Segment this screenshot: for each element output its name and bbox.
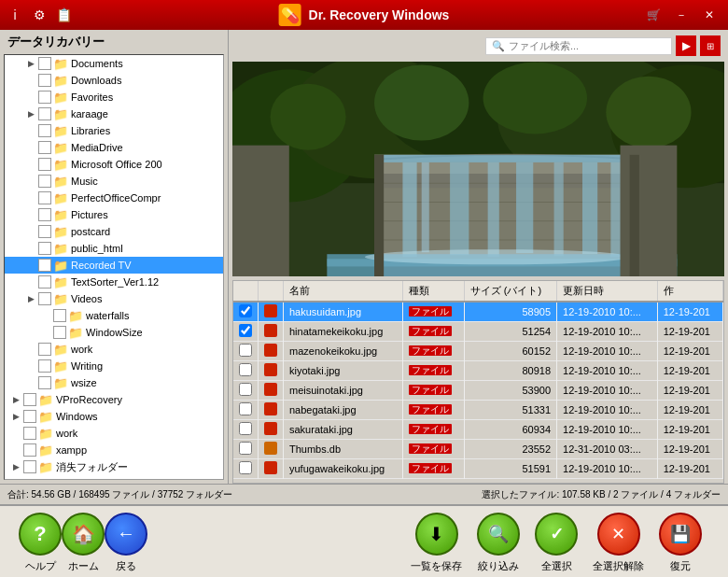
row-checkbox[interactable] xyxy=(239,304,252,317)
table-row[interactable]: nabegataki.jpgファイル5133112-19-2010 10:...… xyxy=(233,401,723,420)
filter-button[interactable]: 🔍 絞り込み xyxy=(477,513,520,573)
tree-item[interactable]: 📁WindowSize xyxy=(5,324,223,341)
tree-checkbox[interactable] xyxy=(38,343,51,356)
close-button[interactable]: ✕ xyxy=(696,5,722,25)
col-name[interactable]: 名前 xyxy=(284,281,403,302)
row-checkbox[interactable] xyxy=(239,363,252,376)
tree-checkbox[interactable] xyxy=(38,158,51,171)
tree-expander[interactable] xyxy=(23,359,38,373)
search-go-button[interactable]: ▶ xyxy=(676,35,696,56)
settings-icon[interactable]: ⚙ xyxy=(30,6,49,24)
tree-expander[interactable] xyxy=(23,375,38,390)
table-row[interactable]: hakusuidam.jpgファイル5890512-19-2010 10:...… xyxy=(233,302,723,322)
tree-item[interactable]: ▶📁Documents xyxy=(5,55,223,72)
tree-item[interactable]: 📁TextSorter_Ver1.12 xyxy=(5,274,223,290)
search-expand-button[interactable]: ⊞ xyxy=(700,35,721,56)
info-icon[interactable]: i xyxy=(6,6,24,24)
tree-expander[interactable] xyxy=(23,274,38,289)
restore-button[interactable]: 💾 復元 xyxy=(659,513,702,573)
tree-checkbox[interactable] xyxy=(38,91,51,104)
tree-item[interactable]: 📁Writing xyxy=(5,358,223,374)
tree-expander[interactable]: ▶ xyxy=(8,392,23,407)
row-checkbox[interactable] xyxy=(239,324,252,337)
tree-expander[interactable] xyxy=(23,224,38,239)
tree-checkbox[interactable] xyxy=(38,141,51,154)
tree-item[interactable]: 📁waterfalls xyxy=(5,307,223,324)
tree-checkbox[interactable] xyxy=(38,292,51,305)
tree-checkbox[interactable] xyxy=(38,376,51,389)
tree-checkbox[interactable] xyxy=(38,57,51,70)
tree-item[interactable]: 📁PerfectOfficeCompr xyxy=(5,190,223,206)
tree-expander[interactable] xyxy=(23,241,38,256)
row-checkbox[interactable] xyxy=(239,344,252,357)
tree-item[interactable]: ▶📁karaage xyxy=(5,106,223,122)
table-row[interactable]: Thumbs.dbファイル2355212-31-2010 03:...12-19… xyxy=(233,440,723,459)
tree-expander[interactable]: ▶ xyxy=(23,291,38,306)
tree-expander[interactable] xyxy=(23,258,38,273)
col-created[interactable]: 作 xyxy=(657,281,722,302)
table-row[interactable]: meisuinotaki.jpgファイル5390012-19-2010 10:.… xyxy=(233,381,723,401)
row-checkbox[interactable] xyxy=(239,402,252,415)
tree-item[interactable]: 📁postcard xyxy=(5,223,223,240)
select-all-button[interactable]: ✓ 全選択 xyxy=(535,513,578,573)
tree-checkbox[interactable] xyxy=(38,107,51,120)
tree-item[interactable]: 📁MediaDrive xyxy=(5,139,223,156)
table-row[interactable]: yufugawakeikoku.jpgファイル5159112-19-2010 1… xyxy=(233,459,723,479)
tree-expander[interactable] xyxy=(23,342,38,357)
tree-item[interactable]: 📁xampp xyxy=(5,442,223,458)
tree-checkbox[interactable] xyxy=(23,393,36,406)
deselect-button[interactable]: ✕ 全選択解除 xyxy=(593,513,644,573)
tree-item[interactable]: 📁Microsoft Office 200 xyxy=(5,156,223,173)
tree-item[interactable]: 📁work xyxy=(5,341,223,358)
col-size[interactable]: サイズ (バイト) xyxy=(464,281,556,302)
row-checkbox[interactable] xyxy=(239,461,252,474)
col-modified[interactable]: 更新日時 xyxy=(557,281,658,302)
tree-checkbox[interactable] xyxy=(53,326,66,339)
tree-checkbox[interactable] xyxy=(23,460,36,473)
tree-checkbox[interactable] xyxy=(38,175,51,188)
tree-item[interactable]: ▶📁消失フォルダー xyxy=(5,458,223,475)
tree-checkbox[interactable] xyxy=(23,427,36,440)
tree-item[interactable]: ▶📁Videos xyxy=(5,290,223,307)
tree-checkbox[interactable] xyxy=(53,309,66,322)
tree-expander[interactable]: ▶ xyxy=(23,56,38,71)
back-button[interactable]: ← 戻る xyxy=(105,513,147,573)
tree-expander[interactable] xyxy=(8,426,23,441)
row-checkbox[interactable] xyxy=(239,422,252,435)
tree-expander[interactable]: ▶ xyxy=(8,459,23,474)
tree-item[interactable]: 📁work xyxy=(5,425,223,442)
tree-expander[interactable] xyxy=(23,73,38,88)
tree-expander[interactable] xyxy=(23,157,38,172)
table-row[interactable]: kiyotaki.jpgファイル8091812-19-2010 10:...12… xyxy=(233,361,723,381)
tree-checkbox[interactable] xyxy=(23,410,36,423)
tree-expander[interactable]: ▶ xyxy=(8,409,23,424)
tree-item[interactable]: 📁Downloads xyxy=(5,72,223,89)
tree-expander[interactable] xyxy=(23,174,38,189)
row-checkbox[interactable] xyxy=(239,383,252,396)
tree-checkbox[interactable] xyxy=(38,225,51,238)
tree-checkbox[interactable] xyxy=(38,191,51,204)
row-checkbox[interactable] xyxy=(239,442,252,455)
table-row[interactable]: mazenokeikoku.jpgファイル6015212-19-2010 10:… xyxy=(233,342,723,361)
menu-icon[interactable]: 📋 xyxy=(54,6,73,24)
tree-expander[interactable] xyxy=(23,190,38,205)
tree-item[interactable]: 📁Libraries xyxy=(5,122,223,139)
home-button[interactable]: 🏠 ホーム xyxy=(62,513,105,573)
tree-expander[interactable] xyxy=(38,325,53,340)
tree-expander[interactable] xyxy=(23,90,38,105)
tree-checkbox[interactable] xyxy=(38,74,51,87)
tree-checkbox[interactable] xyxy=(23,443,36,457)
tree-item[interactable]: 📁Pictures xyxy=(5,206,223,223)
tree-checkbox[interactable] xyxy=(38,242,51,255)
tree-expander[interactable]: ▶ xyxy=(23,106,38,121)
tree-item[interactable]: ▶📁VProRecovery xyxy=(5,391,223,408)
table-row[interactable]: hinatamekeikoku.jpgファイル5125412-19-2010 1… xyxy=(233,322,723,342)
save-list-button[interactable]: ⬇ 一覧を保存 xyxy=(411,513,462,573)
tree-item[interactable]: 📁Music xyxy=(5,173,223,190)
file-table-wrap[interactable]: 名前 種類 サイズ (バイト) 更新日時 作 hakusuidam.jpgファイ… xyxy=(232,280,724,484)
tree-item[interactable]: 📁wsize xyxy=(5,374,223,391)
tree-item[interactable]: 📁Favorites xyxy=(5,89,223,106)
search-input[interactable] xyxy=(509,40,665,51)
tree-expander[interactable] xyxy=(23,207,38,222)
minimize-button[interactable]: － xyxy=(668,5,694,25)
